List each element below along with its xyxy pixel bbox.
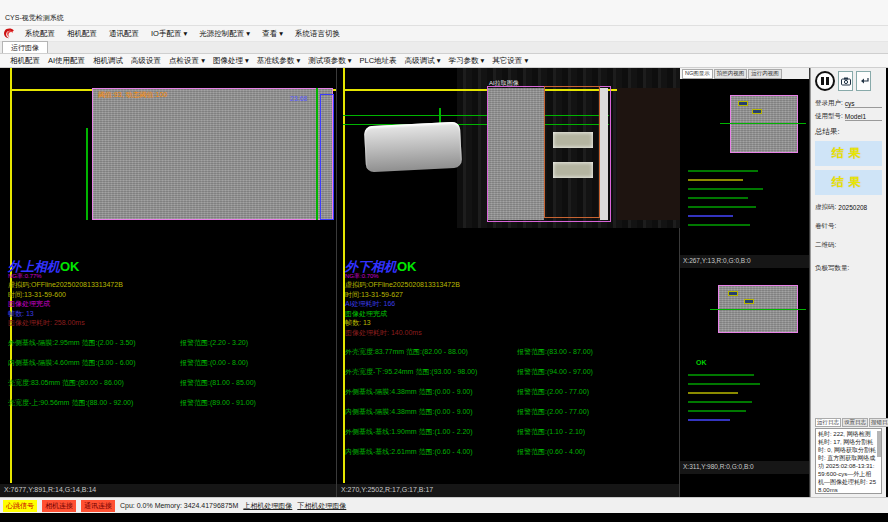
menu-item-light-control[interactable]: 光源控制配置 ▾ (194, 28, 255, 40)
main-content: 阈值:93, 动态阈值:100 23.68 外上相机OK NG率:0.77% 虚… (0, 68, 888, 497)
lower-camera-results: 外下相机OK NG率:0.70% 虚拟码:OFFline202502081331… (345, 260, 675, 457)
measure-row: 内侧基线-隔膜:4.38mm 范围:(0.00 - 9.00)报警范围:(2.0… (345, 407, 675, 417)
measure-row: 外侧基线-基线:1.90mm 范围:(1.00 - 2.20)报警范围:(1.1… (345, 427, 675, 437)
tab-capture-view[interactable]: 拍照内视图 (714, 69, 748, 79)
toolbar-baseline-params[interactable]: 基准线参数 ▾ (253, 55, 304, 67)
app-logo-icon (2, 27, 16, 40)
qrcode-value (838, 242, 882, 250)
pause-icon (826, 77, 829, 85)
menu-item-camera-config[interactable]: 相机配置 (62, 28, 102, 40)
qrcode-field: 二维码: (815, 241, 882, 250)
model-value: Model1 (845, 113, 882, 121)
menu-item-comm-config[interactable]: 通讯配置 (104, 28, 144, 40)
thumb2-cursor-status: X:311,Y:980,R:0,G:0,B:0 (680, 461, 809, 474)
toolbar-test-item-params[interactable]: 测试项参数 ▾ (304, 55, 355, 67)
tab-error-log[interactable]: 报错日志 (869, 418, 888, 427)
toolbar-plc-address-table[interactable]: PLC地址表 (356, 55, 401, 67)
thumb-measure-line (710, 309, 806, 310)
toolbar-other-settings[interactable]: 其它设置 ▾ (488, 55, 532, 67)
virtual-code-text: 虚拟码:OFFline2025020813313472B (8, 280, 332, 290)
log-output[interactable]: 耗时: 222, 网络检测耗时: 17, 网络分割耗时: 0, 网络获取分割耗时… (815, 428, 882, 494)
toolbar-learning-params[interactable]: 学习参数 ▾ (444, 55, 488, 67)
process-done-text: 图像处理完成 (8, 299, 332, 309)
menu-item-language-switch[interactable]: 系统语言切换 (290, 28, 345, 40)
menu-item-system-config[interactable]: 系统配置 (20, 28, 60, 40)
upper-camera-view[interactable]: 阈值:93, 动态阈值:100 23.68 外上相机OK NG率:0.77% 虚… (0, 68, 337, 497)
toolbar-camera-debug[interactable]: 相机调试 (89, 55, 127, 67)
virtual-code-field: 虚拟码: 20250208 (815, 203, 882, 212)
measure-row: 外侧基线-隔膜:4.38mm 范围:(0.00 - 9.00)报警范围:(2.0… (345, 387, 675, 397)
toolbar-camera-config[interactable]: 相机配置 (6, 55, 44, 67)
cpu-memory-text: Cpu: 0.0% Memory: 3424.41796875M (120, 502, 238, 509)
anode-count-label: 负极写数量: (815, 264, 849, 273)
login-user-value: cys (845, 100, 882, 108)
measure-row: 外壳宽度-下:95.24mm 范围:(93.00 - 98.00)报警范围:(9… (345, 367, 675, 377)
model-label: 使用型号: (815, 112, 843, 121)
tab-run-image[interactable]: 运行图像 (2, 41, 48, 53)
needle-value (838, 223, 882, 231)
blue-measure-value: 23.68 (290, 95, 308, 102)
thumbnail-view-1[interactable]: X:267,Y:13,R:0,G:0,B:0 (680, 79, 809, 268)
measure-row: 壳宽度-上:90.56mm 范围:(88.00 - 92.00)报警范围:(89… (8, 398, 332, 408)
ng-rate-text: NG率:0.77% (8, 273, 332, 280)
process-done-text: 图像处理完成 (345, 309, 675, 319)
exit-button[interactable] (856, 71, 871, 91)
tab-run-log[interactable]: 运行日志 (815, 418, 841, 427)
desktop-background (0, 513, 888, 522)
thumbnail-view-2[interactable]: OK X:311,Y:980,R:0,G:0,B:0 (680, 271, 809, 474)
toolbar-advanced-debug[interactable]: 高级调试 ▾ (401, 55, 445, 67)
thumb1-cursor-status: X:267,Y:13,R:0,G:0,B:0 (680, 255, 809, 268)
anode-count-field: 负极写数量: (815, 264, 882, 273)
toolbar-ai-usage-config[interactable]: AI使用配置 (44, 55, 89, 67)
time-text: 时间:13-31-59-627 (345, 290, 675, 300)
thumb-measure-line (720, 123, 806, 124)
menu-item-view[interactable]: 查看 ▾ (257, 28, 288, 40)
frame-count-text: 帧数: 13 (345, 318, 675, 328)
camera-link-indicator: 相机连接 (42, 500, 76, 512)
toolbar-advanced-settings[interactable]: 高级设置 (127, 55, 165, 67)
model-field: 使用型号: Model1 (815, 112, 882, 121)
log-tabs: 运行日志 设置日志 报错日志 (815, 418, 882, 427)
thumb-text-lines (680, 163, 789, 226)
thumb-label-chip (752, 109, 762, 114)
thumb-label-chip (744, 299, 754, 304)
thumbnail-tabs: NG图显示 拍照内视图 运行内视图 (680, 68, 809, 79)
measure-row: 外壳宽度:83.77mm 范围:(82.00 - 88.00)报警范围:(83.… (345, 347, 675, 357)
needle-field: 卷针号: (815, 222, 882, 231)
pause-icon (821, 77, 824, 85)
heartbeat-indicator: 心跳信号 (3, 500, 37, 512)
lower-camera-view[interactable]: AI拉取图像 外下相机OK NG率:0.70% 虚拟码:OFFline20250… (337, 68, 680, 497)
tab-settings-log[interactable]: 设置日志 (842, 418, 868, 427)
measure-line-right (316, 88, 318, 220)
result-box-lower: 结果 (815, 170, 882, 195)
camera-name-label: 外下相机 (345, 259, 397, 274)
product-image-region (488, 88, 544, 220)
lower-camera-image-link[interactable]: 下相机处理图像 (297, 501, 346, 511)
tab-run-view[interactable]: 运行内视图 (748, 69, 782, 79)
title-bar: CYS-视觉检测系统 (0, 0, 888, 26)
toolbar-spot-check[interactable]: 点检设置 ▾ (165, 55, 209, 67)
frame-count-text: 帧数: 13 (8, 309, 332, 319)
upper-camera-cursor-status: X:7677,Y:891,R:14,G:14,B:14 (0, 484, 336, 497)
thumb-ok-label: OK (696, 359, 707, 366)
measure-row: 内侧基线-基线:2.61mm 范围:(0.60 - 4.00)报警范围:(0.6… (345, 447, 675, 457)
thumb-label-chip (728, 291, 738, 296)
result-box-upper: 结果 (815, 141, 882, 166)
log-text: 耗时: 222, 网络检测耗时: 17, 网络分割耗时: 0, 网络获取分割耗时… (818, 431, 876, 493)
login-user-label: 登录用户: (815, 99, 843, 108)
camera-button[interactable] (838, 71, 853, 91)
pause-button[interactable] (815, 71, 835, 91)
toolbar-image-processing[interactable]: 图像处理 ▾ (209, 55, 253, 67)
virtual-code-label: 虚拟码: (815, 203, 836, 212)
gripper-object (364, 122, 462, 173)
elapsed-text: 图像处理耗时: 140.00ms (345, 328, 675, 338)
tab-ng-image[interactable]: NG图显示 (682, 69, 713, 79)
ai-elapsed-text: AI处理耗时: 166 (345, 299, 675, 309)
measure-row: 壳宽度:83.05mm 范围:(80.00 - 86.00)报警范围:(81.0… (8, 378, 332, 388)
measure-row: 内侧基线-隔膜:4.60mm 范围:(3.00 - 6.00)报警范围:(0.0… (8, 358, 332, 368)
menu-item-io-config[interactable]: IO手配置 ▾ (146, 28, 192, 40)
upper-camera-image-link[interactable]: 上相机处理图像 (243, 501, 292, 511)
bright-edge-bar (600, 88, 608, 220)
result-ok-label: OK (60, 259, 80, 274)
log-scrollbar[interactable] (877, 431, 881, 457)
